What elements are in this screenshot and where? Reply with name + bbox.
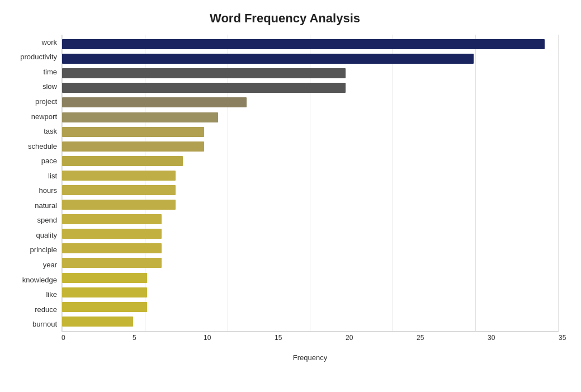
- bar-row: [62, 199, 559, 211]
- y-label: reduce: [11, 302, 62, 317]
- bar: [62, 171, 176, 181]
- chart-container: Word Frequency Analysis workproductivity…: [0, 0, 581, 392]
- bar: [62, 258, 162, 268]
- x-ticks: 05101520253035: [62, 334, 559, 342]
- y-label: natural: [11, 198, 62, 213]
- bar-row: [62, 38, 559, 50]
- bar-row: [62, 272, 559, 284]
- bar-row: [62, 184, 559, 196]
- y-label: slow: [11, 79, 62, 95]
- bar: [62, 185, 176, 195]
- bar-row: [62, 301, 559, 313]
- bar: [62, 141, 204, 152]
- y-label: project: [11, 94, 62, 109]
- y-label: principle: [11, 243, 62, 258]
- y-label: productivity: [11, 50, 62, 65]
- bar-row: [62, 126, 559, 138]
- bar-row: [62, 111, 559, 124]
- y-label: list: [11, 168, 62, 183]
- x-axis-label: Frequency: [293, 353, 327, 362]
- y-label: schedule: [11, 139, 62, 154]
- bar: [62, 97, 247, 107]
- bar: [62, 39, 545, 49]
- y-label: time: [11, 64, 62, 79]
- y-label: quality: [11, 228, 62, 243]
- bar-row: [62, 315, 559, 328]
- y-label: pace: [11, 153, 62, 168]
- bar-row: [62, 53, 559, 65]
- bar-row: [62, 213, 559, 225]
- bar: [62, 112, 218, 122]
- bar-row: [62, 228, 559, 240]
- bar-row: [62, 82, 559, 94]
- bar: [62, 83, 346, 93]
- bars-and-x: 05101520253035 Frequency: [62, 35, 559, 348]
- bar-row: [62, 257, 559, 269]
- bar: [62, 200, 176, 210]
- bar: [62, 317, 133, 327]
- bar: [62, 302, 147, 312]
- y-label: knowledge: [11, 272, 62, 287]
- bar: [62, 54, 474, 64]
- bar: [62, 273, 147, 283]
- y-label: spend: [11, 213, 62, 228]
- bar-row: [62, 286, 559, 299]
- bar-row: [62, 140, 559, 153]
- y-label: task: [11, 124, 62, 139]
- bar: [62, 229, 162, 239]
- y-label: newport: [11, 109, 62, 124]
- y-axis: workproductivitytimeslowprojectnewportta…: [11, 35, 62, 348]
- bar-row: [62, 242, 559, 254]
- bar-row: [62, 155, 559, 167]
- bar-row: [62, 169, 559, 182]
- chart-title: Word Frequency Analysis: [11, 11, 559, 26]
- y-label: burnout: [11, 317, 62, 332]
- y-label: like: [11, 287, 62, 302]
- bar: [62, 68, 346, 78]
- bar: [62, 156, 183, 166]
- bar: [62, 287, 147, 297]
- bar: [62, 214, 162, 224]
- bar-row: [62, 96, 559, 108]
- y-label: hours: [11, 183, 62, 198]
- bars-section: [62, 35, 559, 332]
- bar-row: [62, 67, 559, 79]
- y-label: year: [11, 257, 62, 272]
- bar: [62, 127, 204, 137]
- x-axis: 05101520253035 Frequency: [62, 332, 559, 348]
- bars-inner: [62, 35, 559, 331]
- y-label: work: [11, 35, 62, 50]
- chart-area: workproductivitytimeslowprojectnewportta…: [11, 35, 559, 348]
- bar: [62, 243, 162, 253]
